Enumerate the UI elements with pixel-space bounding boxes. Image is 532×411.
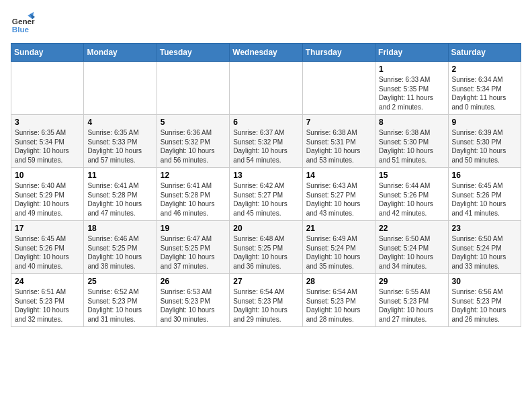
day-info: Sunrise: 6:34 AM Sunset: 5:34 PM Dayligh… [452,75,517,111]
day-number: 5 [161,118,226,127]
day-number: 26 [161,277,226,286]
column-header-thursday: Thursday [302,44,375,62]
day-info: Sunrise: 6:37 AM Sunset: 5:32 PM Dayligh… [233,128,298,165]
day-info: Sunrise: 6:40 AM Sunset: 5:29 PM Dayligh… [15,181,80,218]
day-info: Sunrise: 6:38 AM Sunset: 5:30 PM Dayligh… [379,128,444,165]
calendar-cell: 14Sunrise: 6:43 AM Sunset: 5:27 PM Dayli… [302,168,375,221]
column-header-monday: Monday [84,44,157,62]
calendar-cell: 1Sunrise: 6:33 AM Sunset: 5:35 PM Daylig… [375,62,448,115]
day-info: Sunrise: 6:45 AM Sunset: 5:26 PM Dayligh… [452,181,517,218]
calendar-cell: 8Sunrise: 6:38 AM Sunset: 5:30 PM Daylig… [375,115,448,168]
calendar-cell: 11Sunrise: 6:41 AM Sunset: 5:28 PM Dayli… [84,168,157,221]
calendar-cell: 19Sunrise: 6:47 AM Sunset: 5:25 PM Dayli… [157,221,229,274]
calendar-cell: 21Sunrise: 6:49 AM Sunset: 5:24 PM Dayli… [302,221,375,274]
day-info: Sunrise: 6:45 AM Sunset: 5:26 PM Dayligh… [15,234,80,271]
calendar-cell: 25Sunrise: 6:52 AM Sunset: 5:23 PM Dayli… [84,274,157,327]
day-info: Sunrise: 6:35 AM Sunset: 5:34 PM Dayligh… [15,128,80,165]
column-header-sunday: Sunday [11,44,84,62]
day-info: Sunrise: 6:44 AM Sunset: 5:26 PM Dayligh… [379,181,444,218]
column-header-friday: Friday [375,44,448,62]
day-number: 29 [379,277,444,286]
calendar-cell: 6Sunrise: 6:37 AM Sunset: 5:32 PM Daylig… [230,115,302,168]
day-info: Sunrise: 6:53 AM Sunset: 5:23 PM Dayligh… [161,287,226,324]
day-number: 18 [87,224,152,233]
day-number: 6 [233,118,298,127]
day-number: 14 [306,171,371,180]
day-number: 21 [306,224,371,233]
day-number: 17 [15,224,80,233]
day-info: Sunrise: 6:50 AM Sunset: 5:24 PM Dayligh… [379,234,444,271]
day-info: Sunrise: 6:56 AM Sunset: 5:23 PM Dayligh… [452,287,517,324]
week-row-2: 3Sunrise: 6:35 AM Sunset: 5:34 PM Daylig… [11,115,521,168]
day-number: 1 [379,64,444,74]
day-number: 3 [15,118,80,127]
day-info: Sunrise: 6:54 AM Sunset: 5:23 PM Dayligh… [233,287,298,324]
day-info: Sunrise: 6:51 AM Sunset: 5:23 PM Dayligh… [15,287,80,324]
calendar-cell: 28Sunrise: 6:54 AM Sunset: 5:23 PM Dayli… [302,274,375,327]
day-number: 4 [87,118,152,127]
calendar-cell [230,62,302,115]
day-info: Sunrise: 6:55 AM Sunset: 5:23 PM Dayligh… [379,287,444,324]
calendar-cell: 4Sunrise: 6:35 AM Sunset: 5:33 PM Daylig… [84,115,157,168]
day-info: Sunrise: 6:36 AM Sunset: 5:32 PM Dayligh… [161,128,226,165]
day-info: Sunrise: 6:43 AM Sunset: 5:27 PM Dayligh… [306,181,371,218]
week-row-3: 10Sunrise: 6:40 AM Sunset: 5:29 PM Dayli… [11,168,521,221]
day-info: Sunrise: 6:54 AM Sunset: 5:23 PM Dayligh… [306,287,371,324]
day-info: Sunrise: 6:50 AM Sunset: 5:24 PM Dayligh… [452,234,517,271]
column-header-saturday: Saturday [448,44,521,62]
day-info: Sunrise: 6:41 AM Sunset: 5:28 PM Dayligh… [87,181,152,218]
day-number: 22 [379,224,444,233]
calendar-cell: 27Sunrise: 6:54 AM Sunset: 5:23 PM Dayli… [230,274,302,327]
day-number: 13 [233,171,298,180]
calendar-cell: 5Sunrise: 6:36 AM Sunset: 5:32 PM Daylig… [157,115,229,168]
calendar-cell: 16Sunrise: 6:45 AM Sunset: 5:26 PM Dayli… [448,168,521,221]
calendar-cell: 9Sunrise: 6:39 AM Sunset: 5:30 PM Daylig… [448,115,521,168]
day-number: 7 [306,118,371,127]
page-header: General Blue [11,11,521,35]
day-number: 16 [452,171,517,180]
day-info: Sunrise: 6:33 AM Sunset: 5:35 PM Dayligh… [379,75,444,111]
day-info: Sunrise: 6:41 AM Sunset: 5:28 PM Dayligh… [161,181,226,218]
calendar-cell: 18Sunrise: 6:46 AM Sunset: 5:25 PM Dayli… [84,221,157,274]
day-number: 23 [452,224,517,233]
column-header-wednesday: Wednesday [230,44,302,62]
logo-icon: General Blue [11,11,35,35]
day-number: 19 [161,224,226,233]
calendar-cell [157,62,229,115]
calendar-cell: 17Sunrise: 6:45 AM Sunset: 5:26 PM Dayli… [11,221,84,274]
day-info: Sunrise: 6:38 AM Sunset: 5:31 PM Dayligh… [306,128,371,165]
day-number: 11 [87,171,152,180]
calendar-cell: 7Sunrise: 6:38 AM Sunset: 5:31 PM Daylig… [302,115,375,168]
calendar-cell: 29Sunrise: 6:55 AM Sunset: 5:23 PM Dayli… [375,274,448,327]
day-info: Sunrise: 6:48 AM Sunset: 5:25 PM Dayligh… [233,234,298,271]
day-info: Sunrise: 6:47 AM Sunset: 5:25 PM Dayligh… [161,234,226,271]
day-number: 9 [452,118,517,127]
calendar-header-row: SundayMondayTuesdayWednesdayThursdayFrid… [11,44,521,62]
day-number: 10 [15,171,80,180]
calendar-cell: 10Sunrise: 6:40 AM Sunset: 5:29 PM Dayli… [11,168,84,221]
calendar-cell: 3Sunrise: 6:35 AM Sunset: 5:34 PM Daylig… [11,115,84,168]
calendar-cell: 22Sunrise: 6:50 AM Sunset: 5:24 PM Dayli… [375,221,448,274]
day-info: Sunrise: 6:52 AM Sunset: 5:23 PM Dayligh… [87,287,152,324]
week-row-4: 17Sunrise: 6:45 AM Sunset: 5:26 PM Dayli… [11,221,521,274]
week-row-1: 1Sunrise: 6:33 AM Sunset: 5:35 PM Daylig… [11,62,521,115]
logo: General Blue [11,11,35,35]
column-header-tuesday: Tuesday [157,44,229,62]
day-number: 15 [379,171,444,180]
calendar-cell: 12Sunrise: 6:41 AM Sunset: 5:28 PM Dayli… [157,168,229,221]
calendar-cell: 20Sunrise: 6:48 AM Sunset: 5:25 PM Dayli… [230,221,302,274]
day-info: Sunrise: 6:42 AM Sunset: 5:27 PM Dayligh… [233,181,298,218]
day-number: 24 [15,277,80,286]
calendar-cell: 15Sunrise: 6:44 AM Sunset: 5:26 PM Dayli… [375,168,448,221]
day-number: 8 [379,118,444,127]
day-number: 25 [87,277,152,286]
calendar-cell: 26Sunrise: 6:53 AM Sunset: 5:23 PM Dayli… [157,274,229,327]
day-number: 2 [452,64,517,74]
calendar-cell: 23Sunrise: 6:50 AM Sunset: 5:24 PM Dayli… [448,221,521,274]
day-info: Sunrise: 6:39 AM Sunset: 5:30 PM Dayligh… [452,128,517,165]
day-number: 30 [452,277,517,286]
calendar-table: SundayMondayTuesdayWednesdayThursdayFrid… [11,43,521,327]
calendar-cell [11,62,84,115]
day-number: 12 [161,171,226,180]
calendar-cell: 2Sunrise: 6:34 AM Sunset: 5:34 PM Daylig… [448,62,521,115]
